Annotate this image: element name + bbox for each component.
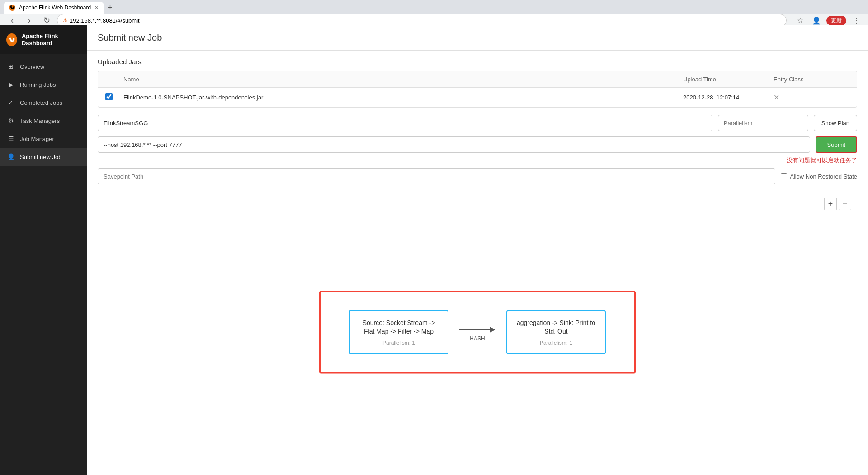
submit-hint: 没有问题就可以启动任务了 — [787, 157, 857, 164]
sidebar-item-job-manager[interactable]: ☰ Job Manager — [0, 130, 87, 148]
submit-job-icon: 👤 — [7, 153, 14, 160]
job-manager-icon: ☰ — [7, 135, 14, 142]
sidebar-item-completed-jobs[interactable]: ✓ Completed Jobs — [0, 94, 87, 112]
new-tab-button[interactable]: + — [104, 3, 116, 13]
browser-chrome: 🐿 Apache Flink Web Dashboard ✕ + ‹ › ↻ ⚠… — [0, 0, 868, 25]
sidebar-item-label-completed-jobs: Completed Jobs — [20, 99, 62, 106]
node-sink-parallelism: Parallelism: 1 — [516, 339, 596, 346]
menu-icon[interactable]: ⋮ — [850, 14, 863, 27]
toolbar-right: ☆ 👤 更新 ⋮ — [794, 14, 863, 27]
sidebar-nav: ⊞ Overview ▶ Running Jobs ✓ Completed Jo… — [0, 54, 87, 475]
sidebar-brand: 🐿 Apache Flink Dashboard — [0, 25, 87, 54]
plan-node-source: Source: Socket Stream -> Flat Map -> Fil… — [349, 310, 448, 354]
node-source-parallelism: Parallelism: 1 — [359, 339, 439, 346]
brand-text: Apache Flink Dashboard — [22, 33, 80, 47]
sidebar-item-overview[interactable]: ⊞ Overview — [0, 57, 87, 75]
active-tab[interactable]: 🐿 Apache Flink Web Dashboard ✕ — [4, 2, 104, 14]
jars-table-header: Name Upload Time Entry Class — [98, 71, 857, 88]
allow-non-restored-label: Allow Non Restored State — [781, 173, 857, 180]
config-row-main: Show Plan — [98, 115, 857, 131]
browser-tabs: 🐿 Apache Flink Web Dashboard ✕ + — [0, 0, 868, 14]
uploaded-jars-header: Uploaded Jars — [98, 58, 857, 66]
page-title: Submit new Job — [98, 33, 857, 43]
uploaded-jars-section: Uploaded Jars Name Upload Time Entry Cla… — [98, 58, 857, 108]
plan-outer-box: Source: Socket Stream -> Flat Map -> Fil… — [319, 291, 636, 373]
main-content: Submit new Job Uploaded Jars Name Upload… — [87, 25, 868, 475]
arrow-line: HASH — [459, 323, 495, 342]
config-row-args: Submit — [98, 136, 857, 153]
col-checkbox — [98, 71, 116, 87]
col-name: Name — [116, 71, 676, 87]
savepoint-input[interactable] — [98, 168, 775, 184]
main-class-input[interactable] — [98, 115, 712, 131]
sidebar-item-task-managers[interactable]: ⚙ Task Managers — [0, 112, 87, 130]
tab-title: Apache Flink Web Dashboard — [19, 5, 91, 11]
plan-canvas: Source: Socket Stream -> Flat Map -> Fil… — [98, 192, 857, 464]
col-entry-class: Entry Class — [766, 71, 857, 87]
address-bar[interactable]: ⚠ 192.168.*.**.8081/#/submit — [57, 14, 787, 27]
profile-icon[interactable]: 👤 — [810, 14, 823, 27]
jars-table: Name Upload Time Entry Class FlinkDemo-1… — [98, 71, 857, 108]
task-managers-icon: ⚙ — [7, 117, 14, 124]
zoom-controls: + − — [824, 198, 851, 210]
jar-delete-button[interactable]: ✕ — [774, 94, 779, 101]
sidebar-item-label-running-jobs: Running Jobs — [20, 81, 56, 88]
sidebar-item-label-task-managers: Task Managers — [20, 118, 60, 124]
zoom-out-button[interactable]: − — [839, 198, 851, 210]
jar-delete-cell: ✕ — [766, 88, 857, 107]
jar-upload-time: 2020-12-28, 12:07:14 — [676, 89, 766, 106]
tab-close-button[interactable]: ✕ — [94, 5, 99, 11]
page-header: Submit new Job — [87, 25, 868, 51]
sidebar-item-label-job-manager: Job Manager — [20, 136, 54, 142]
plan-diagram: + − Source: Socket Stream -> Flat Map ->… — [98, 192, 857, 464]
job-config: Show Plan Submit 没有问题就可以启动任务了 Allow Non … — [87, 115, 868, 192]
completed-jobs-icon: ✓ — [7, 99, 14, 106]
edge-label: HASH — [470, 335, 485, 342]
submit-button[interactable]: Submit — [816, 136, 857, 153]
show-plan-button[interactable]: Show Plan — [814, 115, 857, 131]
zoom-in-button[interactable]: + — [824, 198, 837, 210]
svg-marker-1 — [490, 327, 495, 333]
jar-name: FlinkDemo-1.0-SNAPSHOT-jar-with-dependen… — [116, 89, 676, 106]
sidebar-item-running-jobs[interactable]: ▶ Running Jobs — [0, 75, 87, 94]
sidebar-item-submit-new-job[interactable]: 👤 Submit new Job — [0, 148, 87, 166]
node-source-title: Source: Socket Stream -> Flat Map -> Fil… — [359, 318, 439, 336]
security-warning-icon: ⚠ — [63, 17, 68, 24]
tab-favicon: 🐿 — [9, 5, 15, 11]
overview-icon: ⊞ — [7, 63, 14, 70]
parallelism-input[interactable] — [718, 115, 808, 131]
row-checkbox-cell — [98, 88, 116, 107]
args-input[interactable] — [98, 136, 810, 153]
sidebar: 🐿 Apache Flink Dashboard ⊞ Overview ▶ Ru… — [0, 25, 87, 475]
running-jobs-icon: ▶ — [7, 81, 14, 88]
node-sink-title: aggregation -> Sink: Print to Std. Out — [516, 318, 596, 336]
sidebar-item-label-submit-new-job: Submit new Job — [20, 154, 62, 160]
bookmark-icon[interactable]: ☆ — [794, 14, 807, 27]
app-layout: 🐿 Apache Flink Dashboard ⊞ Overview ▶ Ru… — [0, 25, 868, 475]
address-text: 192.168.*.**.8081/#/submit — [70, 17, 140, 24]
table-row: FlinkDemo-1.0-SNAPSHOT-jar-with-dependen… — [98, 88, 857, 107]
brand-icon: 🐿 — [6, 33, 17, 46]
update-button[interactable]: 更新 — [826, 16, 846, 25]
jar-checkbox[interactable] — [105, 93, 113, 100]
savepoint-row: Allow Non Restored State — [98, 168, 857, 184]
col-upload-time: Upload Time — [676, 71, 766, 87]
allow-non-restored-checkbox[interactable] — [781, 173, 787, 179]
plan-node-sink: aggregation -> Sink: Print to Std. Out P… — [506, 310, 606, 354]
plan-inner: Source: Socket Stream -> Flat Map -> Fil… — [319, 291, 636, 373]
sidebar-item-label-overview: Overview — [20, 63, 44, 70]
plan-arrow: HASH — [459, 323, 495, 342]
